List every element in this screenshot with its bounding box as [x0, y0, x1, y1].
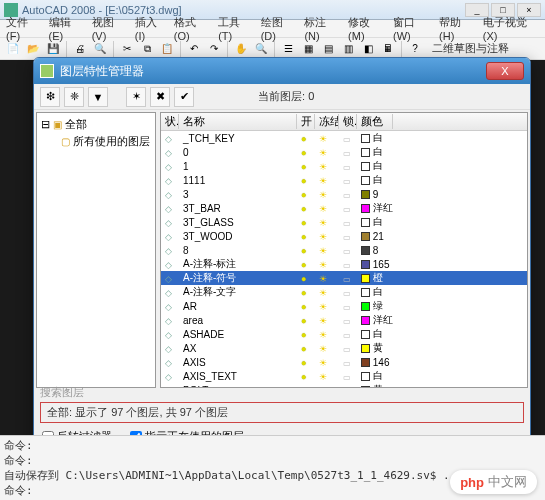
- layer-name[interactable]: AR: [179, 301, 297, 312]
- layer-row[interactable]: ◇AR●☀▭ 绿: [161, 299, 527, 313]
- bulb-icon[interactable]: ●: [301, 372, 306, 382]
- lock-icon[interactable]: ▭: [343, 233, 351, 242]
- menu-insert[interactable]: 插入(I): [135, 15, 166, 42]
- menu-view[interactable]: 视图(V): [92, 15, 127, 42]
- layer-name[interactable]: 3T_BAR: [179, 203, 297, 214]
- sun-icon[interactable]: ☀: [319, 176, 327, 186]
- filter-tree[interactable]: ⊟ ▣ 全部 ▢ 所有使用的图层: [36, 112, 156, 388]
- layer-color[interactable]: 黄: [357, 383, 393, 388]
- bulb-icon[interactable]: ●: [301, 232, 306, 242]
- new-icon[interactable]: 📄: [4, 40, 22, 58]
- menu-file[interactable]: 文件(F): [6, 15, 41, 42]
- header-lock[interactable]: 锁..: [339, 114, 357, 129]
- bulb-icon[interactable]: ●: [301, 302, 306, 312]
- lock-icon[interactable]: ▭: [343, 261, 351, 270]
- layer-name[interactable]: A-注释-标注: [179, 257, 297, 271]
- layer-row[interactable]: ◇3T_WOOD●☀▭ 21: [161, 229, 527, 243]
- cut-icon[interactable]: ✂: [118, 40, 136, 58]
- layer-color[interactable]: 8: [357, 245, 393, 256]
- layer-row[interactable]: ◇1111●☀▭ 白: [161, 173, 527, 187]
- lock-icon[interactable]: ▭: [343, 219, 351, 228]
- help-icon[interactable]: ?: [406, 40, 424, 58]
- lock-icon[interactable]: ▭: [343, 289, 351, 298]
- layer-name[interactable]: 1111: [179, 175, 297, 186]
- pan-icon[interactable]: ✋: [232, 40, 250, 58]
- menu-dim[interactable]: 标注(N): [304, 15, 340, 42]
- sun-icon[interactable]: ☀: [319, 162, 327, 172]
- layer-row[interactable]: ◇A-注释-标注●☀▭ 165: [161, 257, 527, 271]
- layer-row[interactable]: ◇3T_GLASS●☀▭ 白: [161, 215, 527, 229]
- layer-name[interactable]: AX: [179, 343, 297, 354]
- layer-row[interactable]: ◇A-注释-符号●☀▭ 橙: [161, 271, 527, 285]
- sun-icon[interactable]: ☀: [319, 358, 327, 368]
- dialog-close-button[interactable]: X: [486, 62, 524, 80]
- layer-name[interactable]: AXIS_TEXT: [179, 371, 297, 382]
- layer-name[interactable]: BOLT: [179, 385, 297, 389]
- sun-icon[interactable]: ☀: [319, 386, 327, 389]
- layer-name[interactable]: ASHADE: [179, 329, 297, 340]
- bulb-icon[interactable]: ●: [301, 148, 306, 158]
- header-color[interactable]: 颜色: [357, 114, 393, 129]
- bulb-icon[interactable]: ●: [301, 274, 306, 284]
- dialog-titlebar[interactable]: 图层特性管理器 X: [34, 58, 530, 84]
- layer-name[interactable]: 3T_GLASS: [179, 217, 297, 228]
- layer-row[interactable]: ◇area●☀▭ 洋红: [161, 313, 527, 327]
- layer-name[interactable]: 0: [179, 147, 297, 158]
- layer-row[interactable]: ◇AXIS_TEXT●☀▭ 白: [161, 369, 527, 383]
- bulb-icon[interactable]: ●: [301, 316, 306, 326]
- lock-icon[interactable]: ▭: [343, 387, 351, 389]
- save-icon[interactable]: 💾: [44, 40, 62, 58]
- bulb-icon[interactable]: ●: [301, 134, 306, 144]
- layer-list-body[interactable]: ◇_TCH_KEY●☀▭ 白◇0●☀▭ 白◇1●☀▭ 白◇1111●☀▭ 白◇3…: [161, 131, 527, 388]
- layer-row[interactable]: ◇3T_BAR●☀▭ 洋红: [161, 201, 527, 215]
- layer-color[interactable]: 146: [357, 357, 393, 368]
- header-freeze[interactable]: 冻结: [315, 114, 339, 129]
- layer-name[interactable]: A-注释-符号: [179, 271, 297, 285]
- layer-color[interactable]: 白: [357, 173, 393, 187]
- layer-row[interactable]: ◇BOLT●☀▭ 黄: [161, 383, 527, 388]
- layer-color[interactable]: 白: [357, 369, 393, 383]
- sun-icon[interactable]: ☀: [319, 288, 327, 298]
- delete-layer-icon[interactable]: ✖: [150, 87, 170, 107]
- bulb-icon[interactable]: ●: [301, 246, 306, 256]
- calc-icon[interactable]: 🖩: [379, 40, 397, 58]
- layer-list-header[interactable]: 状.. 名称 开 冻结 锁.. 颜色: [161, 113, 527, 131]
- open-icon[interactable]: 📂: [24, 40, 42, 58]
- menu-express[interactable]: 电子视觉(X): [483, 15, 539, 42]
- new-group-filter-icon[interactable]: ❈: [64, 87, 84, 107]
- layer-color[interactable]: 洋红: [357, 201, 393, 215]
- layer-row[interactable]: ◇A-注释-文字●☀▭ 白: [161, 285, 527, 299]
- sun-icon[interactable]: ☀: [319, 204, 327, 214]
- sun-icon[interactable]: ☀: [319, 134, 327, 144]
- lock-icon[interactable]: ▭: [343, 135, 351, 144]
- header-name[interactable]: 名称: [179, 114, 297, 129]
- lock-icon[interactable]: ▭: [343, 373, 351, 382]
- layer-color[interactable]: 9: [357, 189, 393, 200]
- layer-color[interactable]: 绿: [357, 299, 393, 313]
- layer-row[interactable]: ◇0●☀▭ 白: [161, 145, 527, 159]
- workspace-label[interactable]: 二维草图与注释: [432, 41, 509, 56]
- design-center-icon[interactable]: ▦: [299, 40, 317, 58]
- copy-icon[interactable]: ⧉: [138, 40, 156, 58]
- sun-icon[interactable]: ☀: [319, 372, 327, 382]
- bulb-icon[interactable]: ●: [301, 330, 306, 340]
- sun-icon[interactable]: ☀: [319, 190, 327, 200]
- layer-row[interactable]: ◇ASHADE●☀▭ 白: [161, 327, 527, 341]
- menu-format[interactable]: 格式(O): [174, 15, 210, 42]
- sun-icon[interactable]: ☀: [319, 246, 327, 256]
- markup-icon[interactable]: ◧: [359, 40, 377, 58]
- layer-states-icon[interactable]: ▼: [88, 87, 108, 107]
- sun-icon[interactable]: ☀: [319, 218, 327, 228]
- layer-row[interactable]: ◇AX●☀▭ 黄: [161, 341, 527, 355]
- layer-name[interactable]: AXIS: [179, 357, 297, 368]
- lock-icon[interactable]: ▭: [343, 331, 351, 340]
- bulb-icon[interactable]: ●: [301, 204, 306, 214]
- sun-icon[interactable]: ☀: [319, 232, 327, 242]
- lock-icon[interactable]: ▭: [343, 191, 351, 200]
- layer-color[interactable]: 橙: [357, 271, 393, 285]
- layer-row[interactable]: ◇AXIS●☀▭ 146: [161, 355, 527, 369]
- layer-name[interactable]: 8: [179, 245, 297, 256]
- new-filter-icon[interactable]: ❇: [40, 87, 60, 107]
- paste-icon[interactable]: 📋: [158, 40, 176, 58]
- sheet-set-icon[interactable]: ▥: [339, 40, 357, 58]
